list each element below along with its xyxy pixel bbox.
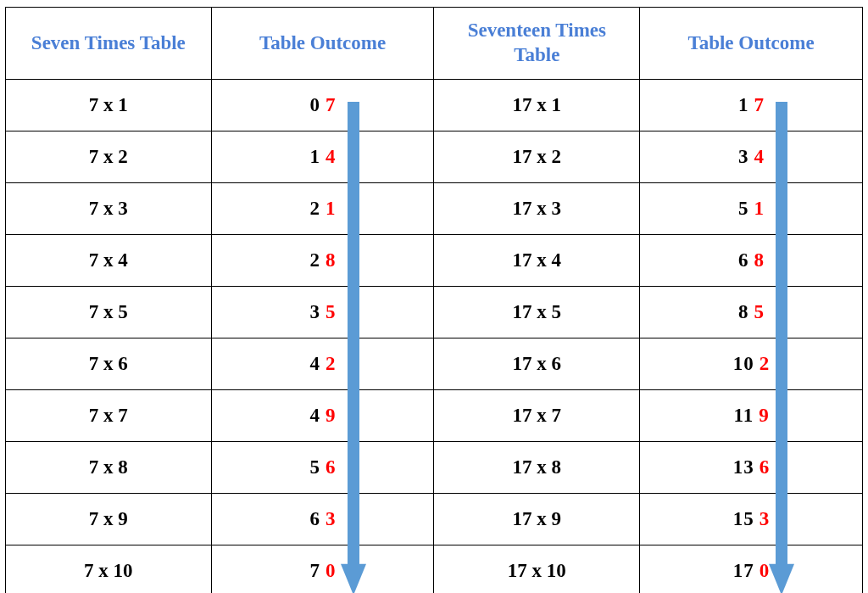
seven-outcome-tens: 6	[310, 508, 321, 530]
seven-outcome-unit: 9	[326, 405, 336, 427]
seventeen-outcome: 51	[640, 183, 863, 235]
seventeen-outcome: 119	[640, 390, 863, 442]
seven-outcome-tens: 4	[310, 353, 321, 375]
seventeen-expression: 17 x 9	[434, 494, 640, 545]
seven-outcome: 35	[211, 287, 434, 338]
header-outcome-b: Table Outcome	[640, 8, 863, 80]
seventeen-outcome-unit: 7	[754, 94, 765, 116]
seventeen-outcome-tens: 5	[738, 198, 749, 220]
seventeen-outcome-unit: 2	[760, 353, 770, 375]
seven-expression: 7 x 7	[6, 390, 212, 442]
seven-outcome-unit: 1	[326, 198, 336, 220]
seventeen-outcome: 136	[640, 442, 863, 494]
seventeen-outcome-unit: 4	[754, 146, 765, 168]
seventeen-outcome: 68	[640, 235, 863, 287]
seven-outcome-tens: 0	[310, 94, 321, 116]
seven-outcome: 56	[211, 442, 434, 494]
table-row: 7 x 32117 x 351	[6, 183, 863, 235]
seven-outcome: 49	[211, 390, 434, 442]
seven-expression: 7 x 5	[6, 287, 212, 338]
table-row: 7 x 74917 x 7119	[6, 390, 863, 442]
seven-expression: 7 x 1	[6, 80, 212, 131]
times-table: Seven Times Table Table Outcome Seventee…	[5, 7, 863, 593]
seventeen-outcome-unit: 3	[760, 508, 770, 530]
seven-outcome-unit: 7	[326, 94, 336, 116]
seventeen-outcome-tens: 15	[733, 508, 754, 530]
seventeen-outcome-tens: 8	[738, 301, 749, 323]
table-row: 7 x 10717 x 117	[6, 80, 863, 131]
table-row: 7 x 64217 x 6102	[6, 338, 863, 390]
seven-outcome-unit: 5	[326, 301, 336, 323]
table-row: 7 x 107017 x 10170	[6, 545, 863, 594]
seventeen-outcome: 153	[640, 494, 863, 545]
seventeen-outcome: 85	[640, 287, 863, 338]
seventeen-outcome: 170	[640, 545, 863, 594]
seven-expression: 7 x 2	[6, 131, 212, 183]
seven-outcome: 42	[211, 338, 434, 390]
seven-outcome-unit: 3	[326, 508, 336, 530]
seven-outcome-tens: 2	[310, 249, 321, 271]
seventeen-outcome-tens: 10	[733, 353, 754, 375]
seventeen-expression: 17 x 5	[434, 287, 640, 338]
seventeen-expression: 17 x 8	[434, 442, 640, 494]
seven-outcome: 63	[211, 494, 434, 545]
seven-outcome: 14	[211, 131, 434, 183]
seventeen-outcome-tens: 17	[733, 560, 754, 582]
seven-expression: 7 x 3	[6, 183, 212, 235]
table-row: 7 x 96317 x 9153	[6, 494, 863, 545]
seventeen-expression: 17 x 10	[434, 545, 640, 594]
table-row: 7 x 53517 x 585	[6, 287, 863, 338]
header-seven: Seven Times Table	[6, 8, 212, 80]
seven-outcome-tens: 1	[310, 146, 321, 168]
seven-outcome: 70	[211, 545, 434, 594]
table-row: 7 x 21417 x 234	[6, 131, 863, 183]
seventeen-outcome: 102	[640, 338, 863, 390]
seventeen-outcome-tens: 13	[733, 456, 754, 478]
seventeen-expression: 17 x 3	[434, 183, 640, 235]
seven-outcome-tens: 2	[310, 198, 321, 220]
seven-expression: 7 x 6	[6, 338, 212, 390]
seventeen-outcome-unit: 8	[754, 249, 765, 271]
seventeen-outcome-unit: 9	[759, 405, 769, 427]
seventeen-outcome-unit: 6	[760, 456, 770, 478]
seven-outcome: 28	[211, 235, 434, 287]
seven-outcome-tens: 3	[310, 301, 321, 323]
seven-expression: 7 x 4	[6, 235, 212, 287]
seventeen-outcome-unit: 5	[754, 301, 765, 323]
seven-expression: 7 x 10	[6, 545, 212, 594]
seven-outcome-tens: 7	[310, 560, 321, 582]
table-body: 7 x 10717 x 1177 x 21417 x 2347 x 32117 …	[6, 80, 863, 594]
table-row: 7 x 42817 x 468	[6, 235, 863, 287]
seven-expression: 7 x 9	[6, 494, 212, 545]
seventeen-outcome-tens: 6	[738, 249, 749, 271]
seventeen-expression: 17 x 6	[434, 338, 640, 390]
seventeen-outcome-tens: 11	[733, 405, 754, 427]
seventeen-expression: 17 x 2	[434, 131, 640, 183]
seven-outcome: 07	[211, 80, 434, 131]
seventeen-expression: 17 x 7	[434, 390, 640, 442]
seven-outcome-unit: 0	[326, 560, 336, 582]
seventeen-expression: 17 x 4	[434, 235, 640, 287]
header-seventeen: Seventeen TimesTable	[434, 8, 640, 80]
seven-outcome: 21	[211, 183, 434, 235]
page-container: Seven Times Table Table Outcome Seventee…	[0, 0, 868, 593]
seventeen-outcome: 17	[640, 80, 863, 131]
header-row: Seven Times Table Table Outcome Seventee…	[6, 8, 863, 80]
seven-outcome-tens: 5	[310, 456, 321, 478]
seventeen-expression: 17 x 1	[434, 80, 640, 131]
seventeen-outcome-tens: 3	[738, 146, 749, 168]
seven-expression: 7 x 8	[6, 442, 212, 494]
seven-outcome-unit: 2	[326, 353, 336, 375]
seventeen-outcome-tens: 1	[738, 94, 749, 116]
seventeen-outcome-unit: 0	[760, 560, 770, 582]
seven-outcome-unit: 8	[326, 249, 336, 271]
table-row: 7 x 85617 x 8136	[6, 442, 863, 494]
seven-outcome-unit: 6	[326, 456, 336, 478]
header-outcome-a: Table Outcome	[211, 8, 434, 80]
seven-outcome-tens: 4	[310, 405, 321, 427]
seventeen-outcome-unit: 1	[754, 198, 765, 220]
seventeen-outcome: 34	[640, 131, 863, 183]
seven-outcome-unit: 4	[326, 146, 336, 168]
